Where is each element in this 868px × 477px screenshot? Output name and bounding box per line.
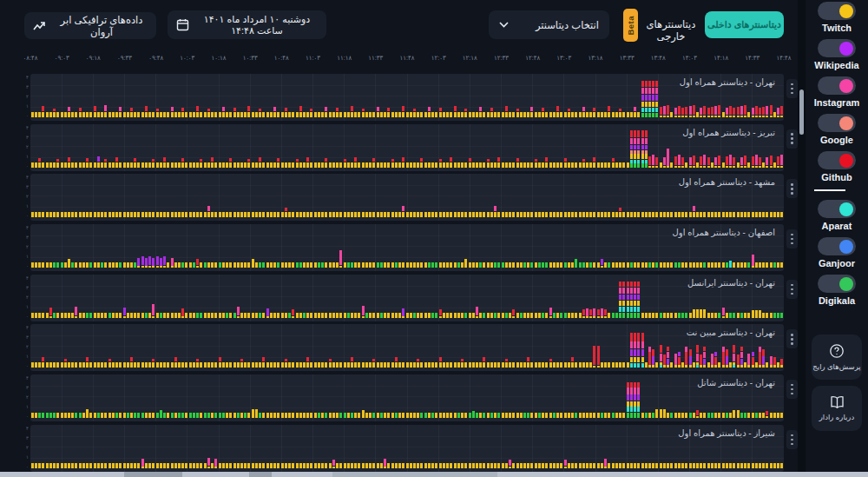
service-toggle-instagram[interactable] bbox=[818, 76, 856, 95]
service-toggle-ganjoor[interactable] bbox=[818, 237, 856, 255]
y-axis-tick-label: ۴ bbox=[26, 326, 29, 331]
time-axis-label: ۰۹:۴۸ bbox=[148, 55, 163, 62]
calendar-icon bbox=[176, 18, 189, 31]
service-item-instagram: Instagram bbox=[814, 76, 860, 108]
radar-dashboard: داده‌های ترافیکی ابر آروان دوشنبه ۱۰ امر… bbox=[0, 0, 868, 477]
service-item-wikipedia: Wikipedia bbox=[814, 39, 860, 70]
time-axis-label: ۱۳:۴۸ bbox=[651, 55, 666, 62]
time-axis-label: ۱۲:۳۳ bbox=[494, 55, 509, 62]
time-axis-label: ۱۳:۰۳ bbox=[556, 55, 571, 62]
beta-badge: Beta bbox=[623, 9, 638, 42]
y-axis-ticks: ۴۳۲۱۰ bbox=[23, 374, 30, 421]
service-label: Instagram bbox=[814, 97, 860, 108]
service-label: Wikipedia bbox=[814, 60, 858, 70]
y-axis-tick-label: ۲ bbox=[26, 145, 29, 150]
kebab-menu-icon[interactable] bbox=[786, 179, 798, 198]
kebab-menu-icon[interactable] bbox=[786, 229, 798, 248]
y-axis-tick-label: ۱ bbox=[26, 204, 29, 209]
kebab-menu-icon[interactable] bbox=[786, 430, 798, 449]
datacenter-label: تبریز - دیتاسنتر همراه اول bbox=[682, 128, 775, 137]
toggle-knob bbox=[839, 79, 853, 93]
service-toggle-github[interactable] bbox=[818, 151, 856, 169]
y-axis-tick-label: ۴ bbox=[26, 276, 29, 282]
time-axis: ۰۸:۴۸۰۹:۰۳۰۹:۱۸۰۹:۳۳۰۹:۴۸۱۰:۰۳۱۰:۱۸۱۰:۳۳… bbox=[30, 55, 784, 67]
vertical-scrollbar-thumb[interactable] bbox=[799, 89, 804, 135]
service-toggle-twitch[interactable] bbox=[818, 2, 856, 20]
time-axis-label: ۱۲:۱۸ bbox=[463, 55, 477, 62]
tab-domestic-datacenters[interactable]: دیتاسنترهای داخلی bbox=[705, 11, 784, 38]
kebab-menu-icon[interactable] bbox=[786, 380, 798, 399]
service-item-google: Google bbox=[814, 114, 860, 145]
chart-panel: تهران - دیتاسنتر مبین نت bbox=[30, 324, 784, 371]
y-axis-tick-label: ۴ bbox=[26, 176, 29, 181]
tab-foreign-datacenters[interactable]: دیتاسنترهای خارجی bbox=[642, 18, 700, 43]
time-axis-label: ۰۹:۰۳ bbox=[55, 55, 69, 62]
datacenter-label: تهران - دیتاسنتر ایرانسل bbox=[687, 278, 775, 288]
service-toggle-aparat[interactable] bbox=[818, 200, 856, 218]
datacenter-chart-row: ۴۳۲۱۰شیراز - دیتاسنتر همراه اول bbox=[30, 425, 784, 472]
y-axis-tick-label: ۰ bbox=[26, 164, 29, 169]
y-axis-tick-label: ۱ bbox=[26, 155, 29, 160]
chart-panel: تهران - دیتاسنتر ایرانسل bbox=[30, 275, 784, 321]
y-axis-tick-label: ۳ bbox=[26, 335, 29, 341]
datacenter-select-value: انتخاب دیتاسنتر bbox=[536, 19, 599, 31]
service-label: Aparat bbox=[822, 221, 852, 231]
question-circle-icon bbox=[829, 343, 845, 359]
service-item-twitch: Twitch bbox=[814, 2, 860, 33]
kebab-menu-icon[interactable] bbox=[786, 129, 798, 149]
toggle-knob bbox=[839, 240, 853, 254]
time-axis-label: ۱۳:۳۳ bbox=[620, 55, 635, 62]
chart-rows: ۴۳۲۱۰تهران - دیتاسنتر همراه اول۴۳۲۱۰تبری… bbox=[30, 74, 784, 475]
service-label: Ganjoor bbox=[819, 258, 855, 268]
service-item-digikala: Digikala bbox=[814, 275, 860, 306]
datacenter-select-dropdown[interactable]: انتخاب دیتاسنتر bbox=[489, 10, 609, 39]
service-sidebar: TwitchWikipediaInstagramGoogleGithubApar… bbox=[806, 0, 868, 477]
service-toggle-digikala[interactable] bbox=[818, 275, 856, 293]
service-label: Twitch bbox=[822, 23, 852, 33]
chart-panel: تهران - دیتاسنتر شاتل bbox=[30, 374, 784, 421]
datacenter-chart-row: ۴۳۲۱۰تهران - دیتاسنتر شاتل bbox=[30, 374, 784, 421]
kebab-menu-icon[interactable] bbox=[786, 329, 798, 348]
toggle-knob bbox=[839, 116, 853, 130]
y-axis-tick-label: ۰ bbox=[26, 414, 29, 420]
y-axis-tick-label: ۲ bbox=[26, 395, 29, 401]
vertical-scrollbar-track[interactable] bbox=[798, 0, 806, 477]
time-axis-label: ۱۰:۴۸ bbox=[274, 55, 289, 62]
time-axis-label: ۱۱:۳۳ bbox=[368, 55, 383, 62]
y-axis-tick-label: ۲ bbox=[26, 446, 29, 451]
y-axis-tick-label: ۲ bbox=[26, 95, 29, 100]
time-axis-label: ۰۹:۱۸ bbox=[86, 55, 101, 62]
chart-panel: اصفهان - دیتاسنتر همراه اول bbox=[30, 224, 784, 271]
about-radar-button[interactable]: درباره رادار bbox=[812, 386, 862, 431]
faq-button[interactable]: پرسش‌های رایج bbox=[812, 335, 862, 380]
kebab-menu-icon[interactable] bbox=[786, 79, 798, 98]
datacenter-label: شیراز - دیتاسنتر همراه اول bbox=[678, 428, 775, 438]
service-item-aparat: Aparat bbox=[814, 200, 860, 231]
service-toggle-google[interactable] bbox=[818, 114, 856, 132]
kebab-menu-icon[interactable] bbox=[786, 280, 798, 299]
bottom-scroll-strip[interactable] bbox=[0, 472, 868, 477]
time-axis-label: ۱۲:۰۳ bbox=[431, 55, 446, 62]
time-axis-label: ۱۱:۴۸ bbox=[400, 55, 415, 62]
y-axis-tick-label: ۰ bbox=[26, 114, 29, 119]
y-axis-tick-label: ۳ bbox=[26, 436, 29, 441]
time-axis-label: ۱۴:۱۸ bbox=[713, 55, 728, 62]
time-axis-label: ۱۴:۰۳ bbox=[682, 55, 697, 62]
y-axis-tick-label: ۱ bbox=[26, 455, 29, 460]
y-axis-tick-label: ۲ bbox=[26, 195, 29, 200]
y-axis-tick-label: ۱ bbox=[26, 255, 29, 260]
traffic-data-button[interactable]: داده‌های ترافیکی ابر آروان bbox=[24, 12, 156, 39]
service-toggle-list: TwitchWikipediaInstagramGoogleGithubApar… bbox=[814, 2, 860, 312]
traffic-data-label: داده‌های ترافیکی ابر آروان bbox=[56, 14, 148, 38]
y-axis-ticks: ۴۳۲۱۰ bbox=[23, 324, 30, 371]
time-axis-label: ۱۳:۱۸ bbox=[589, 55, 603, 62]
service-item-ganjoor: Ganjoor bbox=[814, 237, 860, 268]
y-axis-tick-label: ۴ bbox=[26, 76, 29, 81]
time-axis-label: ۱۰:۱۸ bbox=[212, 55, 227, 62]
service-toggle-wikipedia[interactable] bbox=[818, 39, 856, 57]
date-picker-button[interactable]: دوشنبه ۱۰ امرداد ماه ۱۴۰۱ ساعت ۱۴:۴۸ bbox=[168, 10, 326, 39]
sidebar-divider bbox=[814, 189, 845, 191]
time-axis-label: ۱۱:۰۳ bbox=[306, 55, 320, 62]
y-axis-tick-label: ۴ bbox=[26, 126, 29, 131]
datacenter-label: مشهد - دیتاسنتر همراه اول bbox=[679, 177, 775, 187]
